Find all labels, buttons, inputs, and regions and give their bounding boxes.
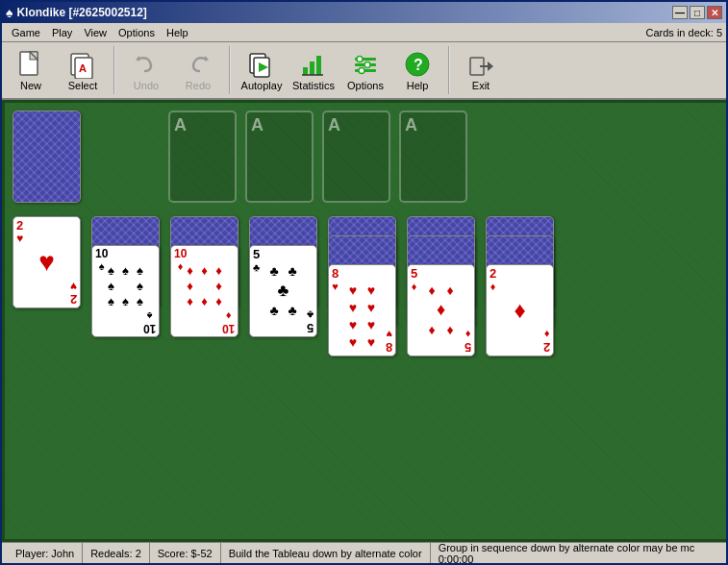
svg-rect-10 [310,61,314,75]
toolbar: New A Select Undo [2,42,726,100]
status-score: Score: $-52 [150,543,221,563]
svg-point-18 [359,68,364,74]
card-10s[interactable]: 10 ♠ ♠ ♠ ♠ ♠ ♠ ♠ ♠ ♠ 10 ♠ [91,245,160,337]
card-5c[interactable]: 5 ♣ ♣ ♣ ♣ ♣ ♣ 5 ♣ [249,245,317,337]
autoplay-label: Autoplay [241,80,283,91]
cards-in-deck-label: Cards in deck: 5 [646,27,722,38]
window: ♠ Klondike [#2625002512] — □ ✕ Game Play… [0,0,728,565]
window-title: Klondike [#2625002512] [16,6,146,19]
foundation-1[interactable]: A [168,111,237,203]
card-10d[interactable]: 10 ♦ ♦ ♦ ♦ ♦ ♦ ♦ ♦ ♦ 10 ♦ [170,245,238,337]
toolbar-sep-1 [113,46,115,94]
help-label: Help [407,80,429,91]
card-rank-tl-5c: 5 ♣ [253,248,260,273]
status-redeals: Redeals: 2 [83,543,150,563]
menu-bar: Game Play View Options Help Cards in dec… [2,23,726,42]
menu-options[interactable]: Options [113,25,161,40]
svg-rect-11 [316,56,321,75]
card-rank-br-5d: 5 ♦ [464,329,471,354]
new-button[interactable]: New [6,44,56,96]
redo-label: Redo [186,80,211,91]
redo-icon [183,49,213,80]
menu-help[interactable]: Help [161,25,194,40]
card-rank-br: 2 ♥ [70,280,77,306]
status-player: Player: John [8,543,83,563]
svg-text:?: ? [414,57,423,73]
card-rank-br-8h: 8 ♥ [386,329,392,354]
svg-rect-9 [303,67,308,75]
help-icon: ? [402,49,433,80]
status-hint2: Group in sequence down by alternate colo… [431,543,720,563]
help-button[interactable]: ? Help [392,44,442,96]
statistics-icon [298,49,329,80]
foundation-4[interactable]: A [399,111,467,203]
foundation-2[interactable]: A [245,111,314,203]
close-button[interactable]: ✕ [707,6,722,19]
title-bar-left: ♠ Klondike [#2625002512] [6,5,147,20]
menu-game[interactable]: Game [6,25,46,40]
exit-label: Exit [472,80,490,91]
svg-point-16 [357,57,363,62]
options-label: Options [347,80,384,91]
card-pips-5c: ♣ ♣ ♣ ♣ ♣ [266,263,301,318]
toolbar-sep-3 [448,46,450,94]
options-button[interactable]: Options [340,44,390,96]
statistics-label: Statistics [292,80,335,91]
status-hint1: Build the Tableau down by alternate colo… [221,543,431,563]
new-icon [15,49,46,80]
title-bar-controls: — □ ✕ [672,6,722,19]
card-8h[interactable]: 8 ♥ ♥ ♥ ♥ ♥ ♥ ♥ ♥ ♥ 8 ♥ [328,264,396,356]
card-suit-center-2d: ♦ [514,297,525,324]
stock-pile[interactable] [13,111,81,203]
card-rank-tl-5d: 5 ♦ [411,267,417,292]
window-icon: ♠ [6,5,13,20]
card-rank-tl: 2 ♥ [16,219,23,245]
undo-button[interactable]: Undo [121,44,171,96]
card-5d[interactable]: 5 ♦ ♦ ♦ ♦ ♦ ♦ 5 ♦ [407,264,475,356]
card-pips-8h: ♥ ♥ ♥ ♥ ♥ ♥ ♥ ♥ [345,282,380,350]
autoplay-button[interactable]: Autoplay [237,44,287,96]
foundation-3[interactable]: A [322,111,390,203]
status-bar: Player: John Redeals: 2 Score: $-52 Buil… [2,542,726,563]
card-pips-10d: ♦ ♦ ♦ ♦ ♦ ♦ ♦ ♦ [184,263,226,308]
svg-marker-23 [488,61,493,71]
card-rank-tl-8h: 8 ♥ [332,267,339,292]
title-bar: ♠ Klondike [#2625002512] — □ ✕ [2,2,726,23]
svg-text:A: A [79,62,87,74]
menu-play[interactable]: Play [46,25,78,40]
select-button[interactable]: A Select [58,44,108,96]
card-suit-center: ♥ [38,247,55,278]
game-area[interactable]: A A A A 2 ♥ ♥ 2 ♥ 10 ♠ [2,100,728,542]
card-rank-br-5c: 5 ♣ [307,309,314,334]
autoplay-icon [246,49,277,80]
card-rank-tl-2d: 2 ♦ [490,267,496,292]
card-2d[interactable]: 2 ♦ ♦ 2 ♦ [486,264,554,356]
new-label: New [20,80,41,91]
toolbar-sep-2 [229,46,231,94]
redo-button[interactable]: Redo [173,44,223,96]
undo-icon [131,49,162,80]
exit-button[interactable]: Exit [456,44,506,96]
card-rank-br-2d: 2 ♦ [543,329,550,354]
card-pips-5d: ♦ ♦ ♦ ♦ ♦ [424,282,459,337]
card-2h[interactable]: 2 ♥ ♥ 2 ♥ [13,216,81,308]
menu-view[interactable]: View [78,25,113,40]
select-label: Select [68,80,98,91]
options-icon [350,49,381,80]
svg-point-17 [364,62,370,68]
card-pips: ♠ ♠ ♠ ♠ ♠ ♠ ♠ ♠ [105,263,147,308]
statistics-button[interactable]: Statistics [289,44,339,96]
exit-icon [465,49,496,80]
card-rank-br-10s: 10 ♠ [143,310,156,334]
select-icon: A [67,49,98,80]
minimize-button[interactable]: — [672,6,688,19]
undo-label: Undo [134,80,159,91]
maximize-button[interactable]: □ [690,6,705,19]
card-rank-br-10d: 10 ♦ [222,310,235,334]
